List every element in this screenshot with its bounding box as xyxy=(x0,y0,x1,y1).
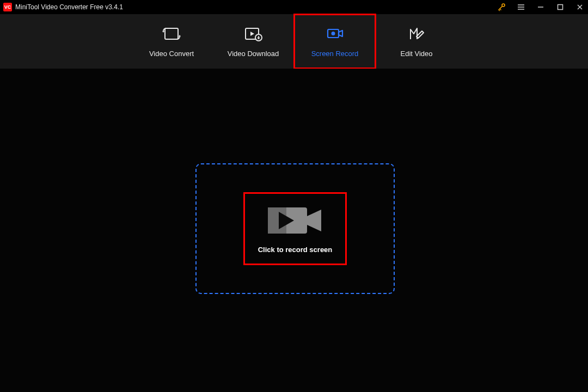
app-logo-icon: VC xyxy=(3,3,12,11)
tab-label: Video Convert xyxy=(149,50,194,58)
svg-rect-5 xyxy=(558,5,563,10)
svg-marker-10 xyxy=(179,35,181,36)
maximize-button[interactable] xyxy=(555,2,565,12)
close-button[interactable] xyxy=(575,2,585,12)
toolbar-spacer xyxy=(0,14,131,69)
record-screen-button[interactable]: Click to record screen xyxy=(243,192,347,265)
record-drop-zone: Click to record screen xyxy=(195,163,395,294)
svg-point-15 xyxy=(332,32,335,35)
screen-record-icon xyxy=(326,26,344,42)
tab-label: Screen Record xyxy=(311,50,359,58)
svg-rect-8 xyxy=(165,28,178,39)
key-icon[interactable] xyxy=(497,2,506,12)
video-convert-icon xyxy=(162,26,181,42)
tab-video-download[interactable]: Video Download xyxy=(212,14,294,69)
content-area: Click to record screen xyxy=(0,69,588,392)
titlebar-left: VC MiniTool Video Converter Free v3.4.1 xyxy=(3,3,123,11)
tab-label: Video Download xyxy=(228,50,279,58)
edit-video-icon xyxy=(407,26,426,42)
menu-icon[interactable] xyxy=(516,2,526,12)
record-button-label: Click to record screen xyxy=(258,246,333,254)
app-title: MiniTool Video Converter Free v3.4.1 xyxy=(15,3,123,11)
svg-marker-12 xyxy=(250,32,254,36)
main-toolbar: Video Convert Video Download Screen Reco… xyxy=(0,14,588,69)
titlebar-right xyxy=(497,2,585,12)
tab-video-convert[interactable]: Video Convert xyxy=(131,14,212,69)
minimize-button[interactable] xyxy=(536,2,546,12)
video-download-icon xyxy=(244,26,262,42)
tab-label: Edit Video xyxy=(400,50,432,58)
camera-record-icon xyxy=(268,204,322,237)
tab-screen-record[interactable]: Screen Record xyxy=(294,14,376,69)
svg-marker-9 xyxy=(162,31,164,33)
tab-edit-video[interactable]: Edit Video xyxy=(376,14,457,69)
titlebar: VC MiniTool Video Converter Free v3.4.1 xyxy=(0,0,588,14)
